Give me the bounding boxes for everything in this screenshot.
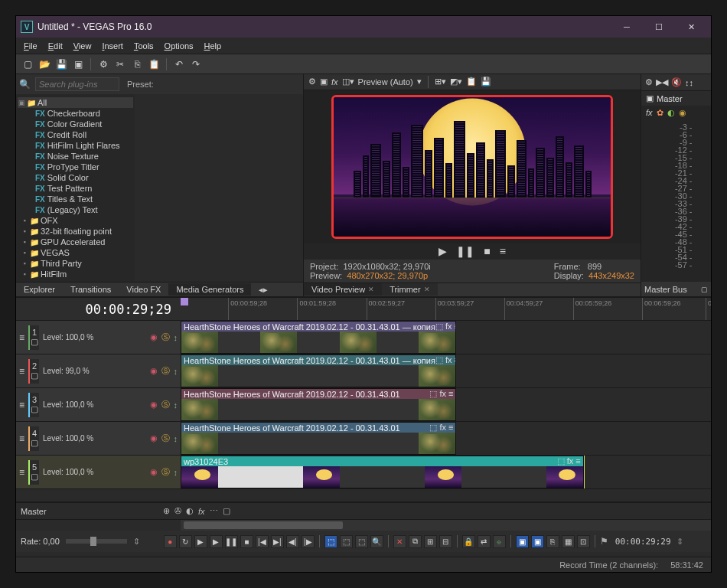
track-motion-icon[interactable]: ◉	[150, 433, 158, 443]
preview-fx-icon[interactable]: fx	[331, 77, 338, 87]
tab-video-preview[interactable]: Video Preview✕	[304, 283, 382, 296]
tab-explorer[interactable]: Explorer	[16, 283, 63, 296]
stop-icon[interactable]: ■	[240, 535, 253, 548]
track-solo-icon[interactable]: ↕	[174, 333, 178, 342]
tree-item[interactable]: FXTitles & Text	[18, 194, 133, 204]
menu-options[interactable]: Options	[160, 40, 198, 52]
bus-automation-icon[interactable]: ✇	[174, 506, 181, 516]
timecode[interactable]: 00:00:29;29	[85, 302, 171, 317]
tree-32bit[interactable]: ▪📁32-bit floating point	[18, 226, 133, 237]
tree-all[interactable]: ▣📁All	[18, 97, 133, 108]
clip-selected[interactable]: wp31024E3⬚fx≡	[181, 456, 584, 488]
loop-icon[interactable]: ↻	[179, 535, 192, 548]
play-start-icon[interactable]: ▶	[194, 535, 207, 548]
snap-marker-icon[interactable]: ⊟	[439, 535, 452, 548]
tab-videofx[interactable]: Video FX	[119, 283, 168, 296]
menu-file[interactable]: File	[19, 40, 42, 52]
pause-icon[interactable]: ❚❚	[456, 245, 474, 257]
tree-vegas[interactable]: ▪📁VEGAS	[18, 247, 133, 258]
rate-stepper[interactable]: ⇕	[133, 537, 142, 547]
record-icon[interactable]: ●	[164, 535, 177, 548]
master-dim-icon[interactable]: 🔇	[671, 77, 682, 87]
tab-master-bus[interactable]: Master Bus	[644, 285, 687, 294]
cursor-marker[interactable]	[181, 298, 188, 305]
track-menu-icon[interactable]: ≡	[19, 467, 24, 478]
track-solo-icon[interactable]: ↕	[174, 468, 178, 477]
tree-item[interactable]: FXCredit Roll	[18, 129, 133, 140]
render-icon[interactable]: ▣	[71, 57, 85, 71]
prev-frame-icon[interactable]: ◀|	[286, 535, 299, 548]
track-motion-icon[interactable]: ◉	[150, 332, 158, 342]
ruler[interactable]: 00:00:59;28 00:01:59;28 00:02:59;27 00:0…	[181, 298, 711, 320]
maximize-button[interactable]: ☐	[650, 19, 668, 34]
close-button[interactable]: ✕	[682, 19, 700, 34]
properties-icon[interactable]: ⚙	[96, 57, 110, 71]
tree-item[interactable]: FXNoise Texture	[18, 151, 133, 162]
qdrop[interactable]: ▾	[417, 77, 422, 87]
bus-fx-icon[interactable]: fx	[198, 507, 205, 516]
tree-item[interactable]: FXSolid Color	[18, 172, 133, 183]
copy-icon[interactable]: ⎘	[130, 57, 144, 71]
track-mute-icon[interactable]: Ⓢ	[161, 466, 170, 478]
undock-icon[interactable]: ▢	[701, 286, 708, 293]
track-solo-icon[interactable]: ↕	[174, 367, 178, 376]
plugin-tree[interactable]: ▣📁All FXCheckerboard FXColor Gradient FX…	[16, 94, 135, 282]
next-frame-icon[interactable]: |▶	[302, 535, 315, 548]
rate-slider[interactable]	[66, 539, 127, 544]
timeline-scrollbar[interactable]	[181, 520, 711, 531]
save-icon[interactable]: 💾	[54, 57, 68, 71]
track-motion-icon[interactable]: ◉	[150, 400, 158, 410]
menu-tools[interactable]: Tools	[129, 40, 158, 52]
auto-crossfade-icon[interactable]: ⟐	[493, 535, 506, 548]
track-menu-icon[interactable]: ≡	[19, 433, 24, 444]
track-header-4[interactable]: ≡ 4▢ Level: 100,0 % ◉ Ⓢ ↕	[16, 422, 181, 455]
tree-item[interactable]: FXColor Gradient	[18, 119, 133, 129]
auto-ripple-icon[interactable]: ⇄	[478, 535, 491, 548]
minimize-button[interactable]: ─	[618, 19, 636, 34]
track-menu-icon[interactable]: ≡	[19, 332, 24, 343]
tool1-icon[interactable]: ▣	[516, 535, 529, 548]
cut-icon[interactable]: ✂	[113, 57, 127, 71]
bus-output-icon[interactable]: ▢	[223, 506, 230, 516]
go-start-icon[interactable]: |◀	[256, 535, 269, 548]
menu-insert[interactable]: Insert	[97, 40, 128, 52]
timecode-stepper[interactable]: ⇕	[676, 537, 683, 547]
go-end-icon[interactable]: ▶|	[271, 535, 284, 548]
tab-media-generators[interactable]: Media Generators	[168, 283, 251, 296]
master-track-label[interactable]: Master	[21, 507, 158, 516]
track-header-3[interactable]: ≡ 3▢ Level: 100,0 % ◉ Ⓢ ↕	[16, 388, 181, 421]
track-menu-icon[interactable]: ≡	[19, 366, 24, 377]
bus-mute-icon[interactable]: ◐	[186, 506, 194, 516]
preview-quality[interactable]: Preview (Auto)	[358, 77, 413, 87]
track-motion-icon[interactable]: ◉	[150, 366, 158, 376]
tab-more[interactable]: ◂▸	[251, 283, 275, 296]
track-solo-icon[interactable]: ↕	[174, 400, 178, 410]
tree-gpu[interactable]: ▪📁GPU Accelerated	[18, 237, 133, 247]
track-solo-icon[interactable]: ↕	[174, 434, 178, 443]
tool2-icon[interactable]: ▣	[531, 535, 544, 548]
preview-extmon-icon[interactable]: ▣	[320, 77, 328, 87]
tree-item[interactable]: FXHitFilm Light Flares	[18, 140, 133, 151]
new-icon[interactable]: ▢	[21, 57, 34, 71]
tool5-icon[interactable]: ⊡	[577, 535, 590, 548]
tool3-icon[interactable]: ⎘	[546, 535, 559, 548]
master-solo-icon[interactable]: ◉	[679, 108, 686, 118]
preview-overlay-icon[interactable]: ◩▾	[450, 77, 462, 87]
tab-transitions[interactable]: Transitions	[63, 283, 119, 296]
tree-ofx[interactable]: ▪📁OFX	[18, 215, 133, 226]
normal-edit-icon[interactable]: ⬚	[324, 535, 337, 548]
master-settings-icon[interactable]: ⚙	[645, 77, 653, 87]
master-fx-icon[interactable]: fx	[646, 108, 653, 118]
paste-icon[interactable]: 📋	[147, 57, 161, 71]
preview-settings-icon[interactable]: ⚙	[308, 77, 316, 87]
menu-help[interactable]: Help	[200, 40, 227, 52]
master-faders-icon[interactable]: ↕↕	[685, 78, 693, 87]
snap-grid-icon[interactable]: ⊞	[424, 535, 437, 548]
stop-icon[interactable]: ■	[484, 245, 490, 257]
search-input[interactable]: Search plug-ins	[35, 77, 119, 91]
menu-view[interactable]: View	[69, 40, 96, 52]
play-icon[interactable]: ▶	[210, 535, 223, 548]
preview-split-icon[interactable]: ◫▾	[342, 77, 354, 87]
master-mute-icon[interactable]: ◐	[667, 108, 675, 118]
tree-item[interactable]: FXCheckerboard	[18, 108, 133, 119]
